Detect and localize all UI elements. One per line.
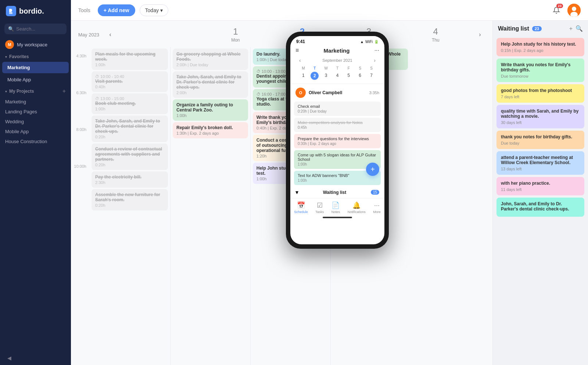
task-card[interactable]: ⏱ 10:00 - 10:40 Visit parents. 0:40h bbox=[92, 71, 168, 92]
day-header-thu: 4 Thu bbox=[402, 25, 469, 44]
waiting-list: Waiting list 23 + 🔍 Help John study for … bbox=[492, 21, 588, 365]
task-card[interactable]: Assemble the new furniture for Sarah's r… bbox=[92, 189, 168, 210]
time-8: 8:00h bbox=[71, 122, 89, 137]
add-project-button[interactable]: + bbox=[62, 88, 66, 95]
add-new-button[interactable]: + Add new bbox=[98, 4, 135, 16]
task-card[interactable]: Organize a family outing to Central Park… bbox=[173, 99, 248, 121]
task-card[interactable]: ⏱ 13:00 - 15:00 Book club meeting. 1:00h bbox=[92, 93, 168, 114]
task-card[interactable]: Help John study for his history test. 1:… bbox=[253, 163, 328, 184]
day-col-thu: Go grocery shopping at Whole Foods. 2:00… bbox=[330, 47, 410, 365]
waiting-list-title: Waiting list bbox=[498, 25, 529, 32]
task-card[interactable]: Write thank you notes for Emily's birthd… bbox=[253, 112, 328, 133]
task-card[interactable]: Go grocery shopping at Whole Foods. 2:00… bbox=[173, 49, 248, 70]
calendar-area: May 2023 ‹ 1 Mon 2 Tue 3 Wed bbox=[71, 21, 492, 365]
projects-label: My Projects bbox=[9, 89, 34, 94]
task-card[interactable]: Take John, Sarah, and Emily to Dr. Parke… bbox=[92, 116, 168, 142]
search-bar[interactable]: 🔍 bbox=[4, 24, 67, 34]
time-6: 6:30h bbox=[71, 85, 89, 100]
search-waiting-button[interactable]: 🔍 bbox=[576, 25, 583, 32]
wl-item-4[interactable]: quality time with Sarah, and Emily by wa… bbox=[496, 105, 584, 128]
favorites-label: Favorites bbox=[9, 54, 29, 59]
project-mobileapp[interactable]: Mobile App bbox=[0, 127, 71, 137]
main-content: May 2023 ‹ 1 Mon 2 Tue 3 Wed bbox=[71, 21, 588, 365]
task-card[interactable]: ⏱ 16:00 - 17:00 Yoga class at the neighb… bbox=[253, 89, 328, 110]
task-card[interactable]: Conduct a cost-benefit analysis of outso… bbox=[253, 135, 328, 161]
user-avatar[interactable] bbox=[567, 4, 581, 17]
workspace-avatar: M bbox=[5, 40, 14, 49]
day-header-mon: 1 Mon bbox=[202, 25, 269, 44]
notification-badge: 23 bbox=[556, 4, 563, 8]
logo-icon bbox=[6, 6, 16, 16]
workspace-label: My workspace bbox=[17, 42, 47, 47]
topbar-right: 23 bbox=[550, 4, 581, 17]
days-grid: Plan meals for the upcoming week. 1:00h … bbox=[89, 47, 490, 365]
wl-item-6[interactable]: attend a parent-teacher meeting at Willo… bbox=[496, 151, 584, 175]
day-header-tue: 2 Tue bbox=[269, 25, 336, 44]
project-marketing[interactable]: Marketing bbox=[0, 97, 71, 107]
favorites-header[interactable]: ▾ Favorites bbox=[0, 52, 71, 61]
sidebar: bordio. 🔍 M My workspace ▾ Favorites Mar… bbox=[0, 0, 71, 365]
time-labels: 4:30h 6:30h 8:00h 10:00h bbox=[71, 47, 89, 365]
projects-header: ▾ My Projects + bbox=[0, 86, 71, 97]
logo: bordio. bbox=[0, 0, 71, 21]
wl-item-2[interactable]: Write thank you notes for Emily's birthd… bbox=[496, 59, 584, 82]
calendar-header: May 2023 ‹ 1 Mon 2 Tue 3 Wed bbox=[71, 21, 492, 47]
days-header: 1 Mon 2 Tue 3 Wed 4 Thu bbox=[121, 25, 469, 44]
calendar-grid: 4:30h 6:30h 8:00h 10:00h Plan meals for … bbox=[71, 47, 492, 365]
chevron-projects-icon: ▾ bbox=[5, 89, 7, 93]
sidebar-item-marketing-fav[interactable]: Marketing bbox=[2, 62, 69, 73]
wl-item-1[interactable]: Help John study for his history test. 0:… bbox=[496, 38, 584, 56]
task-card[interactable]: Pay the electricity bill. 2:30h bbox=[92, 171, 168, 188]
task-card[interactable]: Do laundry. 1:00h | Due today bbox=[253, 49, 328, 65]
time-10: 10:00h bbox=[71, 159, 89, 174]
day-header-wed: 3 Wed bbox=[336, 25, 402, 44]
tools-label: Tools bbox=[78, 7, 90, 13]
today-button[interactable]: Today ▾ bbox=[140, 4, 168, 16]
time-4: 4:30h bbox=[71, 49, 89, 63]
day-col-wed: Do laundry. 1:00h | Due today ⏱ 10:00 - … bbox=[250, 47, 330, 365]
task-card[interactable]: ⏱ 10:00 - 13:00 Dentist appointment for … bbox=[253, 66, 328, 88]
search-input[interactable] bbox=[16, 26, 63, 32]
day-col-tue: Go grocery shopping at Whole Foods. 2:00… bbox=[170, 47, 250, 365]
task-card[interactable]: Take John, Sarah, and Emily to Dr. Parke… bbox=[173, 71, 248, 98]
wl-item-7[interactable]: with her piano practice. 11 days left bbox=[496, 177, 584, 195]
sidebar-item-mobileapp-fav[interactable]: Mobile App bbox=[2, 74, 69, 85]
next-arrow[interactable]: › bbox=[475, 29, 485, 40]
waiting-list-actions: + 🔍 bbox=[569, 25, 583, 32]
project-wedding[interactable]: Wedding bbox=[0, 117, 71, 127]
add-waiting-button[interactable]: + bbox=[569, 25, 573, 32]
sidebar-bottom: ◀ bbox=[0, 351, 71, 365]
task-card[interactable]: Conduct a review of contractual agreemen… bbox=[92, 143, 168, 170]
prev-arrow[interactable]: ‹ bbox=[105, 29, 115, 40]
waiting-list-header: Waiting list 23 + 🔍 bbox=[493, 21, 588, 36]
search-icon: 🔍 bbox=[8, 26, 14, 32]
task-card[interactable]: Go grocery shopping at Whole Foods. 2:00… bbox=[333, 49, 408, 70]
wl-item-3[interactable]: good photos from the photoshoot 7 days l… bbox=[496, 84, 584, 103]
task-card[interactable]: Repair Emily's broken doll. 1:30h | Exp.… bbox=[173, 122, 248, 138]
chevron-icon: ▾ bbox=[5, 55, 7, 59]
waiting-list-items: Help John study for his history test. 0:… bbox=[493, 36, 588, 365]
wl-item-8[interactable]: John, Sarah, and Emily to Dr. Parker's d… bbox=[496, 198, 584, 217]
project-landing[interactable]: Landing Pages bbox=[0, 107, 71, 117]
project-house[interactable]: House Construction bbox=[0, 137, 71, 146]
wl-item-5[interactable]: thank you notes for birthday gifts. Due … bbox=[496, 131, 584, 149]
svg-point-7 bbox=[572, 7, 576, 11]
workspace-item[interactable]: M My workspace bbox=[0, 37, 71, 52]
month-label: May 2023 bbox=[78, 32, 99, 38]
app-name: bordio. bbox=[19, 7, 44, 15]
topbar: Tools + Add new Today ▾ 23 bbox=[71, 0, 588, 21]
notifications-button[interactable]: 23 bbox=[550, 4, 563, 17]
day-col-mon: Plan meals for the upcoming week. 1:00h … bbox=[89, 47, 170, 365]
collapse-button[interactable]: ◀ bbox=[5, 353, 14, 363]
task-card[interactable]: Plan meals for the upcoming week. 1:00h bbox=[92, 49, 168, 70]
waiting-list-count: 23 bbox=[532, 26, 542, 31]
